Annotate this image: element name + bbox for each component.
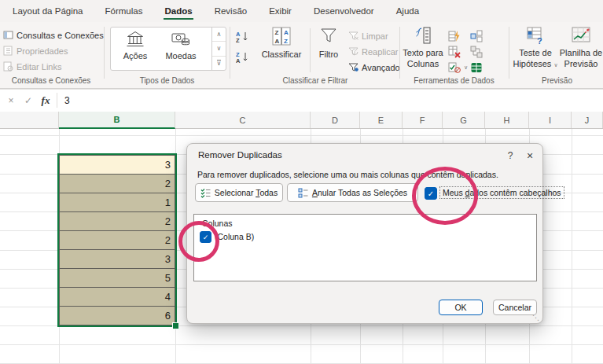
sort-za-icon: ZA	[236, 50, 249, 64]
tab-revisao[interactable]: Revisão	[204, 0, 259, 22]
svg-text:Z: Z	[275, 29, 279, 36]
sort-ascending-button[interactable]: AZ	[236, 29, 249, 43]
group-label-forecast: Previsão	[511, 76, 603, 85]
tab-ajuda[interactable]: Ajuda	[385, 0, 430, 22]
header-cell-j[interactable]: J	[572, 112, 603, 128]
check-icon: ✓	[24, 95, 32, 106]
bank-icon	[126, 29, 145, 51]
sort-descending-button[interactable]: ZA	[236, 50, 249, 64]
dialog-close-button[interactable]: ×	[523, 149, 537, 163]
resize-grip-icon[interactable]: ⋱	[532, 314, 539, 322]
tab-exibir[interactable]: Exibir	[258, 0, 303, 22]
header-cell-i[interactable]: I	[529, 112, 572, 128]
ribbon-tab-bar: Layout da Página Fórmulas Dados Revisão …	[0, 0, 603, 22]
tab-dados[interactable]: Dados	[153, 0, 203, 22]
formula-cancel-button[interactable]: ×	[3, 90, 19, 111]
gallery-scroll-up-button[interactable]: ∧	[212, 28, 226, 42]
sheet-cell[interactable]: 2	[60, 212, 175, 231]
ribbon-separator	[399, 27, 400, 79]
unselect-all-button[interactable]: Anular Todas as Seleções	[287, 183, 418, 202]
close-icon: ×	[527, 149, 533, 162]
selected-cells: 3 2 1 2 2 3 5 4 6	[59, 155, 175, 325]
excel-window: Layout da Página Fórmulas Dados Revisão …	[0, 0, 603, 364]
chevron-down-icon: ∨	[464, 64, 468, 71]
sheet-cell[interactable]: 6	[60, 307, 175, 325]
advanced-funnel-icon	[348, 62, 358, 74]
sheet-cell[interactable]: 1	[60, 193, 175, 212]
header-cell-a[interactable]	[0, 112, 59, 128]
consolidate-button[interactable]	[470, 29, 483, 43]
annotation-circle-headers-checkbox	[412, 167, 478, 225]
chevron-down-icon: ∨	[217, 45, 222, 52]
flash-fill-button[interactable]	[448, 29, 461, 43]
ribbon-separator	[104, 27, 105, 79]
forecast-sheet-button[interactable]: Planilha de Previsão	[560, 26, 602, 72]
unselect-all-list-icon	[298, 188, 308, 198]
header-cell-g[interactable]: G	[443, 112, 485, 128]
ribbon-separator	[509, 27, 509, 79]
tab-layout-da-pagina[interactable]: Layout da Página	[2, 0, 94, 22]
currencies-datatype-button[interactable]: Moedas	[160, 29, 202, 68]
select-all-button[interactable]: Selecionar Todas	[195, 183, 283, 202]
sheet-cell[interactable]: 2	[60, 231, 175, 250]
stocks-datatype-button[interactable]: Ações	[114, 29, 156, 68]
gallery-scrollbar: ∧ ∨ ∨	[211, 28, 226, 70]
formula-bar-divider	[57, 93, 57, 108]
group-label-sort-filter: Classificar e Filtrar	[232, 76, 399, 85]
tab-desenvolvedor[interactable]: Desenvolvedor	[303, 0, 385, 22]
insert-function-button[interactable]: fx	[38, 90, 53, 111]
header-cell-h[interactable]: H	[485, 112, 529, 128]
funnel-icon	[319, 26, 338, 48]
ribbon-separator	[230, 27, 230, 79]
relationships-button[interactable]	[470, 45, 483, 59]
remove-duplicates-dialog: Remover Duplicadas ? × Para remover dupl…	[186, 143, 543, 324]
tab-formulas[interactable]: Fórmulas	[94, 0, 154, 22]
reapply-filter-button: Reaplicar	[348, 45, 398, 59]
help-icon: ?	[508, 150, 513, 161]
sort-az-icon: AZ	[236, 30, 249, 43]
gallery-more-button[interactable]: ∨	[212, 57, 226, 70]
header-cell-f[interactable]: F	[403, 112, 443, 128]
ok-button[interactable]: OK	[439, 300, 483, 315]
sheet-cell[interactable]: 5	[60, 269, 175, 288]
sort-button[interactable]: ZAAZ Classificar	[256, 26, 307, 72]
annotation-circle-column-checkbox	[178, 221, 219, 262]
sheet-cell[interactable]: 2	[60, 175, 175, 193]
advanced-filter-button[interactable]: Avançado	[348, 61, 400, 75]
filter-button[interactable]: Filtro	[313, 26, 344, 72]
header-cell-e[interactable]: E	[360, 112, 403, 128]
queries-connections-button[interactable]: Consultas e Conexões	[3, 28, 104, 42]
header-cell-d[interactable]: D	[311, 112, 360, 128]
formula-input[interactable]: 3	[64, 90, 70, 111]
dialog-title: Remover Duplicadas	[198, 150, 282, 160]
data-model-icon	[470, 61, 483, 74]
fill-handle[interactable]	[172, 322, 179, 329]
sheet-cell[interactable]: 4	[60, 288, 175, 307]
remove-duplicates-button[interactable]	[448, 45, 461, 59]
fx-icon: fx	[42, 94, 50, 107]
edit-links-icon	[3, 61, 13, 73]
formula-enter-button[interactable]: ✓	[20, 90, 36, 111]
sheet-cell[interactable]: 3	[60, 250, 175, 269]
clear-funnel-icon	[348, 31, 358, 42]
formula-bar: × ✓ fx 3	[0, 89, 603, 112]
what-if-analysis-button[interactable]: ? Teste de Hipóteses ∨	[513, 26, 557, 72]
cancel-x-icon: ×	[8, 95, 13, 106]
flash-fill-icon	[448, 30, 461, 42]
gridline	[572, 129, 572, 364]
svg-text:A: A	[284, 29, 289, 36]
group-label-data-tools: Ferramentas de Dados	[401, 76, 507, 85]
gallery-scroll-down-button[interactable]: ∨	[212, 42, 226, 56]
cancel-button[interactable]: Cancelar	[493, 300, 537, 315]
header-cell-b[interactable]: B	[59, 112, 175, 129]
sheet-cell-active[interactable]: 3	[60, 156, 175, 175]
relationships-icon	[470, 46, 483, 58]
header-cell-c[interactable]: C	[175, 112, 311, 128]
text-to-columns-button[interactable]: Texto para Colunas	[403, 26, 443, 72]
dialog-help-button[interactable]: ?	[503, 149, 517, 163]
column-b-label[interactable]: (Coluna B)	[215, 232, 254, 241]
chevron-more-icon: ∨	[217, 60, 222, 67]
manage-data-model-button[interactable]	[470, 61, 483, 75]
svg-text:A: A	[236, 57, 241, 64]
data-validation-button[interactable]: ∨	[448, 61, 468, 75]
